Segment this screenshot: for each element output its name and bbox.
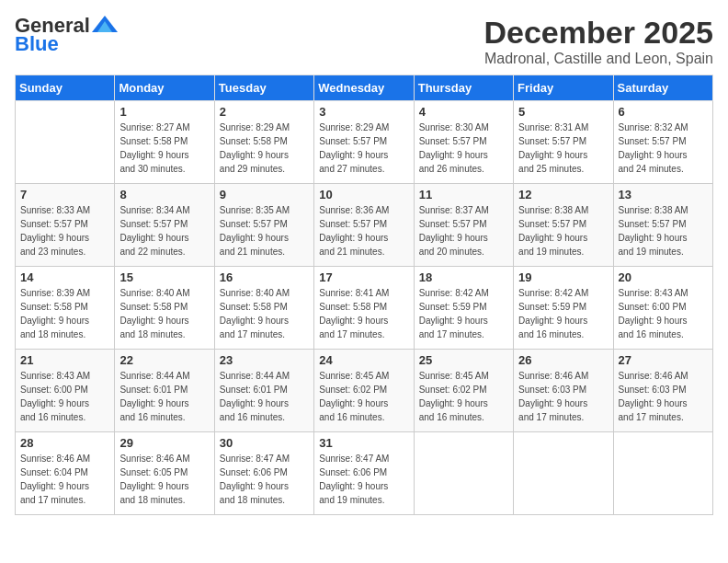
day-info: Sunrise: 8:34 AMSunset: 5:57 PMDaylight:… — [119, 203, 209, 259]
day-number: 18 — [419, 270, 508, 284]
calendar-cell: 29Sunrise: 8:46 AMSunset: 6:05 PMDayligh… — [115, 432, 214, 515]
day-number: 12 — [518, 188, 608, 201]
calendar-cell: 28Sunrise: 8:46 AMSunset: 6:04 PMDayligh… — [16, 432, 115, 515]
day-number: 15 — [119, 270, 209, 284]
day-info: Sunrise: 8:43 AMSunset: 6:00 PMDaylight:… — [619, 286, 708, 341]
day-number: 30 — [220, 436, 309, 450]
day-number: 9 — [220, 188, 309, 201]
logo-icon — [92, 16, 118, 32]
calendar-cell — [514, 432, 613, 515]
day-info: Sunrise: 8:40 AMSunset: 5:58 PMDaylight:… — [119, 286, 209, 341]
day-info: Sunrise: 8:29 AMSunset: 5:58 PMDaylight:… — [220, 121, 309, 176]
day-number: 10 — [319, 188, 408, 201]
day-info: Sunrise: 8:44 AMSunset: 6:01 PMDaylight:… — [220, 369, 309, 424]
day-number: 5 — [518, 105, 608, 119]
calendar-week-row: 21Sunrise: 8:43 AMSunset: 6:00 PMDayligh… — [16, 350, 713, 432]
day-info: Sunrise: 8:42 AMSunset: 5:59 PMDaylight:… — [518, 286, 608, 341]
day-info: Sunrise: 8:33 AMSunset: 5:57 PMDaylight:… — [20, 203, 109, 259]
day-info: Sunrise: 8:27 AMSunset: 5:58 PMDaylight:… — [119, 121, 209, 176]
day-number: 26 — [518, 353, 608, 367]
day-number: 16 — [220, 270, 309, 284]
month-title: December 2025 — [483, 15, 713, 51]
calendar-cell: 12Sunrise: 8:38 AMSunset: 5:57 PMDayligh… — [514, 184, 613, 267]
weekday-header: Friday — [514, 75, 613, 101]
calendar-cell: 1Sunrise: 8:27 AMSunset: 5:58 PMDaylight… — [115, 101, 214, 184]
weekday-header: Saturday — [613, 75, 712, 101]
calendar-cell: 20Sunrise: 8:43 AMSunset: 6:00 PMDayligh… — [613, 267, 712, 350]
calendar-cell: 19Sunrise: 8:42 AMSunset: 5:59 PMDayligh… — [514, 267, 613, 350]
weekday-header: Monday — [115, 75, 214, 101]
day-number: 3 — [319, 105, 408, 119]
day-number: 17 — [319, 270, 408, 284]
calendar-cell — [414, 432, 513, 515]
day-info: Sunrise: 8:39 AMSunset: 5:58 PMDaylight:… — [20, 286, 109, 341]
day-number: 11 — [419, 188, 508, 201]
day-number: 28 — [20, 436, 109, 450]
day-info: Sunrise: 8:37 AMSunset: 5:57 PMDaylight:… — [419, 203, 508, 259]
calendar-cell: 23Sunrise: 8:44 AMSunset: 6:01 PMDayligh… — [214, 350, 313, 432]
calendar-cell: 10Sunrise: 8:36 AMSunset: 5:57 PMDayligh… — [314, 184, 414, 267]
day-info: Sunrise: 8:45 AMSunset: 6:02 PMDaylight:… — [319, 369, 408, 424]
calendar-cell: 22Sunrise: 8:44 AMSunset: 6:01 PMDayligh… — [115, 350, 214, 432]
day-info: Sunrise: 8:30 AMSunset: 5:57 PMDaylight:… — [419, 121, 508, 176]
day-info: Sunrise: 8:47 AMSunset: 6:06 PMDaylight:… — [319, 452, 408, 507]
day-info: Sunrise: 8:29 AMSunset: 5:57 PMDaylight:… — [319, 121, 408, 176]
weekday-header: Thursday — [414, 75, 513, 101]
day-info: Sunrise: 8:41 AMSunset: 5:58 PMDaylight:… — [319, 286, 408, 341]
calendar-week-row: 7Sunrise: 8:33 AMSunset: 5:57 PMDaylight… — [16, 184, 713, 267]
day-info: Sunrise: 8:46 AMSunset: 6:04 PMDaylight:… — [20, 452, 109, 507]
weekday-header: Sunday — [16, 75, 115, 101]
calendar-cell: 24Sunrise: 8:45 AMSunset: 6:02 PMDayligh… — [314, 350, 414, 432]
day-number: 7 — [20, 188, 109, 201]
calendar-cell: 16Sunrise: 8:40 AMSunset: 5:58 PMDayligh… — [214, 267, 313, 350]
calendar-cell — [16, 101, 115, 184]
calendar-cell: 21Sunrise: 8:43 AMSunset: 6:00 PMDayligh… — [16, 350, 115, 432]
calendar-cell: 31Sunrise: 8:47 AMSunset: 6:06 PMDayligh… — [314, 432, 414, 515]
day-number: 25 — [419, 353, 508, 367]
calendar-cell: 15Sunrise: 8:40 AMSunset: 5:58 PMDayligh… — [115, 267, 214, 350]
day-number: 2 — [220, 105, 309, 119]
day-number: 21 — [20, 353, 109, 367]
day-number: 13 — [619, 188, 708, 201]
calendar-cell: 27Sunrise: 8:46 AMSunset: 6:03 PMDayligh… — [613, 350, 712, 432]
day-number: 1 — [119, 105, 209, 119]
calendar-week-row: 28Sunrise: 8:46 AMSunset: 6:04 PMDayligh… — [16, 432, 713, 515]
calendar-week-row: 14Sunrise: 8:39 AMSunset: 5:58 PMDayligh… — [16, 267, 713, 350]
day-info: Sunrise: 8:43 AMSunset: 6:00 PMDaylight:… — [20, 369, 109, 424]
calendar-cell: 25Sunrise: 8:45 AMSunset: 6:02 PMDayligh… — [414, 350, 513, 432]
day-number: 22 — [119, 353, 209, 367]
day-info: Sunrise: 8:38 AMSunset: 5:57 PMDaylight:… — [518, 203, 608, 259]
calendar-cell: 26Sunrise: 8:46 AMSunset: 6:03 PMDayligh… — [514, 350, 613, 432]
day-info: Sunrise: 8:35 AMSunset: 5:57 PMDaylight:… — [220, 203, 309, 259]
day-info: Sunrise: 8:38 AMSunset: 5:57 PMDaylight:… — [619, 203, 708, 259]
calendar-cell: 7Sunrise: 8:33 AMSunset: 5:57 PMDaylight… — [16, 184, 115, 267]
calendar-cell: 4Sunrise: 8:30 AMSunset: 5:57 PMDaylight… — [414, 101, 513, 184]
calendar-cell: 3Sunrise: 8:29 AMSunset: 5:57 PMDaylight… — [314, 101, 414, 184]
calendar-cell: 11Sunrise: 8:37 AMSunset: 5:57 PMDayligh… — [414, 184, 513, 267]
day-number: 29 — [119, 436, 209, 450]
day-number: 14 — [20, 270, 109, 284]
calendar-header: SundayMondayTuesdayWednesdayThursdayFrid… — [16, 75, 713, 101]
calendar-week-row: 1Sunrise: 8:27 AMSunset: 5:58 PMDaylight… — [16, 101, 713, 184]
calendar-cell: 18Sunrise: 8:42 AMSunset: 5:59 PMDayligh… — [414, 267, 513, 350]
calendar-cell — [613, 432, 712, 515]
calendar-cell: 14Sunrise: 8:39 AMSunset: 5:58 PMDayligh… — [16, 267, 115, 350]
day-number: 20 — [619, 270, 708, 284]
day-number: 23 — [220, 353, 309, 367]
logo: General Blue — [15, 15, 118, 55]
day-info: Sunrise: 8:31 AMSunset: 5:57 PMDaylight:… — [518, 121, 608, 176]
page-header: General Blue December 2025 Madronal, Cas… — [15, 15, 713, 67]
calendar-table: SundayMondayTuesdayWednesdayThursdayFrid… — [15, 75, 713, 515]
calendar-cell: 2Sunrise: 8:29 AMSunset: 5:58 PMDaylight… — [214, 101, 313, 184]
day-info: Sunrise: 8:46 AMSunset: 6:03 PMDaylight:… — [619, 369, 708, 424]
day-info: Sunrise: 8:45 AMSunset: 6:02 PMDaylight:… — [419, 369, 508, 424]
day-info: Sunrise: 8:44 AMSunset: 6:01 PMDaylight:… — [119, 369, 209, 424]
location-title: Madronal, Castille and Leon, Spain — [483, 51, 713, 67]
calendar-cell: 30Sunrise: 8:47 AMSunset: 6:06 PMDayligh… — [214, 432, 313, 515]
day-info: Sunrise: 8:36 AMSunset: 5:57 PMDaylight:… — [319, 203, 408, 259]
weekday-header: Tuesday — [214, 75, 313, 101]
day-info: Sunrise: 8:32 AMSunset: 5:57 PMDaylight:… — [619, 121, 708, 176]
day-info: Sunrise: 8:47 AMSunset: 6:06 PMDaylight:… — [220, 452, 309, 507]
day-info: Sunrise: 8:46 AMSunset: 6:05 PMDaylight:… — [119, 452, 209, 507]
calendar-cell: 8Sunrise: 8:34 AMSunset: 5:57 PMDaylight… — [115, 184, 214, 267]
